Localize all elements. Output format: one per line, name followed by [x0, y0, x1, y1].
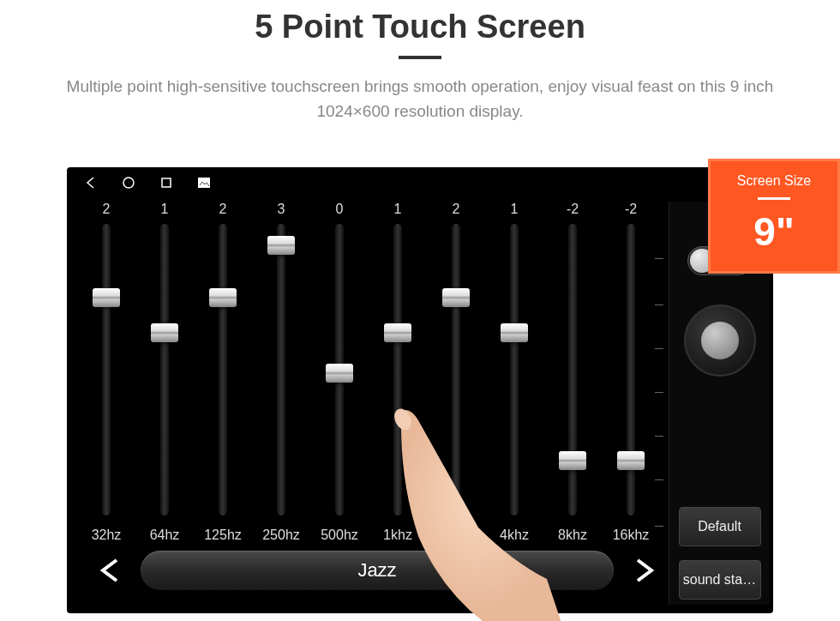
eq-value: -2 [602, 202, 660, 224]
slider-knob[interactable] [93, 288, 120, 307]
eq-value: -2 [543, 202, 602, 224]
slider-knob[interactable] [442, 288, 470, 307]
slider-track [568, 224, 577, 515]
slider-track [335, 224, 344, 515]
eq-slider[interactable] [369, 224, 427, 515]
slider-knob[interactable] [326, 364, 353, 383]
page-title: 5 Point Touch Screen [0, 9, 840, 45]
home-icon[interactable] [122, 176, 135, 190]
eq-value: 1 [369, 202, 427, 224]
slider-track [277, 224, 285, 515]
svg-point-0 [123, 178, 134, 188]
gallery-icon[interactable] [197, 176, 211, 190]
screen-size-badge: Screen Size 9" [708, 159, 840, 274]
preset-selector[interactable]: Jazz [141, 551, 614, 590]
slider-knob[interactable] [151, 323, 178, 342]
eq-slider[interactable] [135, 224, 194, 515]
slider-track [452, 224, 460, 515]
slider-track [160, 224, 169, 515]
slider-knob[interactable] [501, 323, 528, 342]
preset-prev-button[interactable] [94, 554, 127, 587]
slider-knob[interactable] [384, 323, 411, 342]
slider-track [219, 224, 227, 515]
eq-value: 1 [135, 202, 194, 224]
badge-value: 9" [711, 208, 837, 255]
eq-slider[interactable] [485, 224, 543, 515]
device-screen: 21230121-2-2 3 0 -3 32hz64hz125hz250hz50… [67, 167, 773, 613]
eq-value: 1 [485, 202, 543, 224]
svg-rect-1 [162, 178, 171, 187]
back-icon[interactable] [84, 176, 98, 190]
eq-slider[interactable] [543, 224, 602, 515]
preset-label: Jazz [357, 559, 396, 582]
svg-rect-2 [198, 178, 210, 188]
eq-slider[interactable] [77, 224, 135, 515]
sound-stage-button[interactable]: sound sta… [679, 560, 761, 600]
eq-slider[interactable] [310, 224, 369, 515]
equalizer-panel: 21230121-2-2 3 0 -3 32hz64hz125hz250hz50… [77, 202, 660, 605]
slider-track [393, 224, 402, 515]
eq-slider[interactable] [194, 224, 252, 515]
eq-value: 0 [310, 202, 369, 224]
preset-next-button[interactable] [627, 554, 660, 587]
eq-value: 3 [252, 202, 310, 224]
page-subtitle: Multiple point high-sensitive touchscree… [0, 75, 840, 124]
default-button[interactable]: Default [679, 507, 761, 546]
default-button-label: Default [698, 519, 741, 534]
slider-track [627, 224, 635, 515]
slider-track [510, 224, 519, 515]
slider-knob[interactable] [559, 451, 586, 470]
eq-slider[interactable] [602, 224, 660, 515]
eq-slider[interactable] [427, 224, 485, 515]
eq-value: 2 [194, 202, 252, 224]
eq-slider[interactable] [252, 224, 310, 515]
slider-knob[interactable] [267, 236, 295, 255]
slider-knob[interactable] [617, 451, 645, 470]
sound-stage-button-label: sound sta… [683, 572, 756, 588]
slider-knob[interactable] [209, 288, 237, 307]
eq-value: 2 [427, 202, 485, 224]
recent-apps-icon[interactable] [159, 176, 173, 190]
slider-track [102, 224, 111, 515]
rotary-control[interactable] [684, 304, 756, 377]
rotary-knob [701, 322, 739, 359]
badge-divider [758, 197, 790, 200]
eq-value: 2 [77, 202, 135, 224]
title-underline [399, 56, 441, 59]
badge-label: Screen Size [711, 173, 837, 189]
android-nav-bar [67, 167, 773, 198]
